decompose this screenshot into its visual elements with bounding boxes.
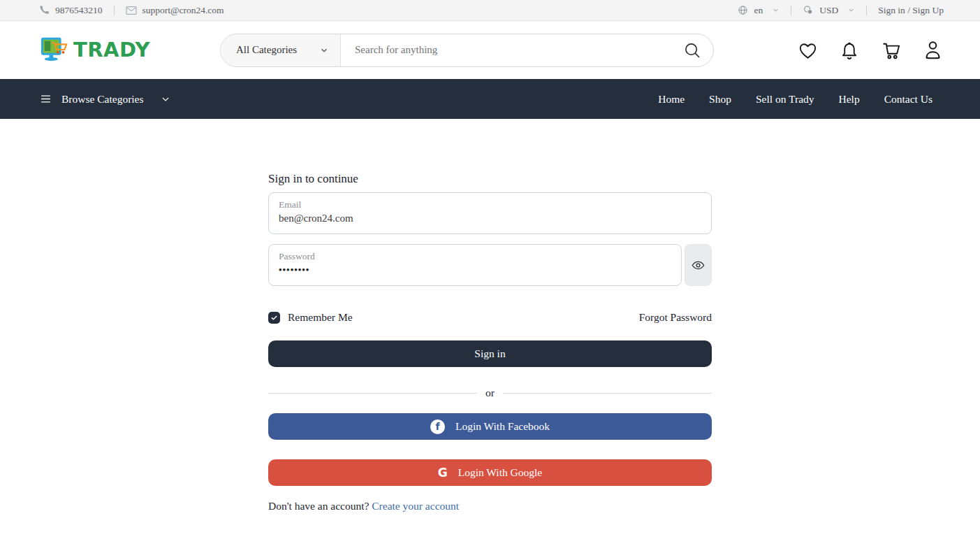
sign-in-button-label: Sign in xyxy=(474,347,505,360)
google-icon: G xyxy=(438,467,448,479)
nav-links: Home Shop Sell on Trady Help Contact Us xyxy=(658,93,933,106)
divider xyxy=(791,6,791,15)
nav-link-help[interactable]: Help xyxy=(839,93,860,106)
currency-value: USD xyxy=(819,5,838,16)
coins-icon xyxy=(803,5,814,16)
email-label: Email xyxy=(279,199,701,210)
page-title: Sign in to continue xyxy=(268,172,712,186)
mail-icon xyxy=(126,6,137,15)
divider-line xyxy=(268,393,477,394)
browse-categories-label: Browse Categories xyxy=(61,93,144,106)
sign-in-button[interactable]: Sign in xyxy=(268,340,712,367)
cart-button[interactable] xyxy=(880,40,902,61)
checkmark-icon xyxy=(270,314,278,322)
primary-nav: Browse Categories Home Shop Sell on Trad… xyxy=(0,79,980,119)
signin-form: Sign in to continue Email Password Remem… xyxy=(268,119,712,512)
signup-prompt: Don't have an account? Create your accou… xyxy=(268,500,712,512)
chevron-down-icon xyxy=(160,94,171,105)
phone-item: 9876543210 xyxy=(39,5,103,16)
top-bar-options: en USD Sign in / Sign Up xyxy=(738,5,944,16)
user-icon xyxy=(922,39,944,61)
bell-icon xyxy=(839,39,860,61)
brand-logo[interactable]: TRADY xyxy=(41,36,220,64)
create-account-link[interactable]: Create your account xyxy=(372,500,459,512)
google-button-label: Login With Google xyxy=(458,466,543,479)
remember-me-checkbox[interactable] xyxy=(268,312,280,324)
chevron-down-icon xyxy=(319,45,329,55)
login-with-google-button[interactable]: G Login With Google xyxy=(268,459,712,486)
divider-line xyxy=(503,393,712,394)
remember-me-label: Remember Me xyxy=(288,311,353,324)
monitor-cart-logo-icon xyxy=(41,36,70,64)
search-input[interactable] xyxy=(341,34,678,66)
remember-me-control[interactable]: Remember Me xyxy=(268,311,353,324)
no-account-text: Don't have an account? xyxy=(268,500,369,512)
password-label: Password xyxy=(279,251,671,262)
or-text: or xyxy=(485,387,495,399)
nav-link-contact-us[interactable]: Contact Us xyxy=(884,93,933,106)
facebook-icon: f xyxy=(430,419,445,434)
password-field[interactable]: Password xyxy=(268,244,682,286)
email-item: support@cron24.com xyxy=(126,5,224,16)
hamburger-icon xyxy=(39,92,52,106)
notifications-button[interactable] xyxy=(839,39,860,61)
globe-icon xyxy=(738,5,748,15)
language-selector[interactable]: en xyxy=(738,5,780,16)
password-row: Password xyxy=(268,244,712,286)
or-divider: or xyxy=(268,387,712,399)
cart-icon xyxy=(880,40,902,61)
category-dropdown[interactable]: All Categories xyxy=(221,34,341,66)
forgot-password-link[interactable]: Forgot Password xyxy=(639,311,712,324)
login-with-facebook-button[interactable]: f Login With Facebook xyxy=(268,413,712,440)
divider xyxy=(866,6,867,15)
category-dropdown-value: All Categories xyxy=(236,44,297,56)
account-button[interactable] xyxy=(922,39,944,61)
browse-categories-button[interactable]: Browse Categories xyxy=(39,92,171,106)
nav-link-sell-on-trady[interactable]: Sell on Trady xyxy=(756,93,814,106)
email-input[interactable] xyxy=(279,210,701,224)
search-bar: All Categories xyxy=(220,34,714,67)
password-input[interactable] xyxy=(279,262,671,275)
facebook-button-label: Login With Facebook xyxy=(455,420,550,433)
search-icon xyxy=(682,41,702,60)
header-actions xyxy=(797,39,944,61)
nav-link-shop[interactable]: Shop xyxy=(709,93,731,106)
email-field[interactable]: Email xyxy=(268,192,712,234)
divider xyxy=(114,6,115,15)
heart-icon xyxy=(797,40,819,61)
eye-icon xyxy=(691,258,705,273)
support-email: support@cron24.com xyxy=(142,5,224,16)
signin-signup-link[interactable]: Sign in / Sign Up xyxy=(878,5,944,16)
top-bar-contact: 9876543210 support@cron24.com xyxy=(39,5,224,16)
remember-row: Remember Me Forgot Password xyxy=(268,311,712,324)
nav-link-home[interactable]: Home xyxy=(658,93,685,106)
language-value: en xyxy=(754,5,763,16)
toggle-password-visibility-button[interactable] xyxy=(685,244,712,286)
currency-selector[interactable]: USD xyxy=(803,5,855,16)
page-footer: TRADY About Customer Support Shop xyxy=(0,512,980,560)
top-bar: 9876543210 support@cron24.com en USD xyxy=(0,0,980,21)
phone-number: 9876543210 xyxy=(55,5,103,16)
brand-name: TRADY xyxy=(73,40,150,60)
main-header: TRADY All Categories xyxy=(0,21,980,79)
wishlist-button[interactable] xyxy=(797,40,819,61)
chevron-down-icon xyxy=(847,6,855,14)
phone-icon xyxy=(39,5,50,15)
search-button[interactable] xyxy=(678,34,713,66)
chevron-down-icon xyxy=(772,6,780,14)
